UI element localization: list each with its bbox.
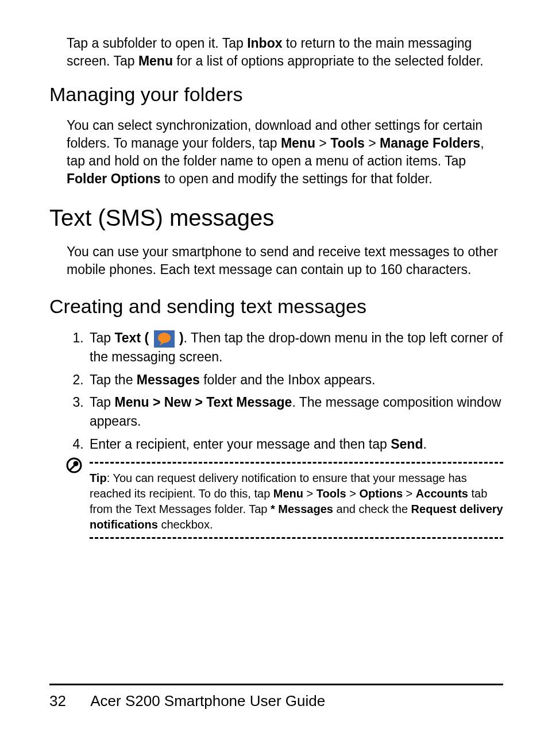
pin-icon — [65, 457, 83, 476]
text: checkbox. — [158, 518, 213, 531]
page-number: 32 — [49, 692, 86, 710]
text-label-close: ) — [176, 330, 184, 345]
tools-label: Tools — [330, 136, 365, 151]
messages-label: Messages — [137, 372, 200, 387]
speech-bubble-icon — [154, 330, 175, 348]
steps-list: Tap Text ( ). Then tap the drop-down men… — [67, 329, 503, 454]
paragraph-managing-folders: You can select synchronization, download… — [67, 117, 503, 188]
text: Tap the — [90, 372, 137, 387]
text: to open and modify the settings for that… — [161, 171, 433, 186]
options-label: Options — [360, 487, 403, 500]
tip-text: Tip: You can request delivery notificati… — [90, 470, 503, 533]
text: > — [346, 487, 360, 500]
svg-point-1 — [158, 333, 171, 343]
tip-block: Tip: You can request delivery notificati… — [67, 462, 503, 539]
tip-label: Tip — [90, 472, 107, 484]
guide-title: Acer S200 Smartphone User Guide — [90, 692, 325, 710]
menu-new-text-label: Menu > New > Text Message — [114, 395, 292, 410]
text: Tap a subfolder to open it. Tap — [67, 36, 247, 51]
step-2: Tap the Messages folder and the Inbox ap… — [87, 371, 503, 389]
footer-rule — [49, 684, 503, 685]
page-footer: 32 Acer S200 Smartphone User Guide — [49, 684, 503, 710]
manual-page: Tap a subfolder to open it. Tap Inbox to… — [0, 0, 548, 756]
menu-label: Menu — [281, 136, 315, 151]
step-3: Tap Menu > New > Text Message. The messa… — [87, 393, 503, 431]
heading-creating-sending: Creating and sending text messages — [49, 295, 503, 318]
text: > — [315, 136, 330, 151]
text-label-open: Text ( — [114, 330, 152, 345]
step-4: Enter a recipient, enter your message an… — [87, 435, 503, 454]
inbox-label: Inbox — [247, 36, 282, 51]
text: > — [403, 487, 416, 500]
text: Enter a recipient, enter your message an… — [90, 437, 391, 452]
text: for a list of options appropriate to the… — [173, 53, 484, 68]
menu-label: Menu — [273, 487, 303, 500]
tools-label: Tools — [317, 487, 346, 500]
dashed-divider-top — [90, 462, 503, 464]
text: > — [303, 487, 317, 500]
text: and check the — [333, 503, 411, 515]
text: folder and the Inbox appears. — [200, 372, 376, 387]
menu-label: Menu — [138, 53, 173, 68]
heading-text-sms-messages: Text (SMS) messages — [49, 204, 503, 232]
svg-line-4 — [70, 465, 75, 470]
paragraph-sms-intro: You can use your smartphone to send and … — [67, 243, 503, 279]
text: Tap — [90, 330, 114, 345]
manage-folders-label: Manage Folders — [380, 136, 480, 151]
text: . — [423, 437, 426, 452]
step-1: Tap Text ( ). Then tap the drop-down men… — [87, 329, 503, 367]
dashed-divider-bottom — [90, 537, 503, 539]
send-label: Send — [391, 437, 423, 452]
text: > — [365, 136, 380, 151]
star-messages-label: * Messages — [271, 503, 333, 515]
heading-managing-folders: Managing your folders — [49, 83, 503, 106]
text: Tap — [90, 395, 114, 410]
accounts-label: Accounts — [416, 487, 468, 500]
folder-options-label: Folder Options — [67, 171, 161, 186]
intro-paragraph: Tap a subfolder to open it. Tap Inbox to… — [67, 34, 503, 70]
